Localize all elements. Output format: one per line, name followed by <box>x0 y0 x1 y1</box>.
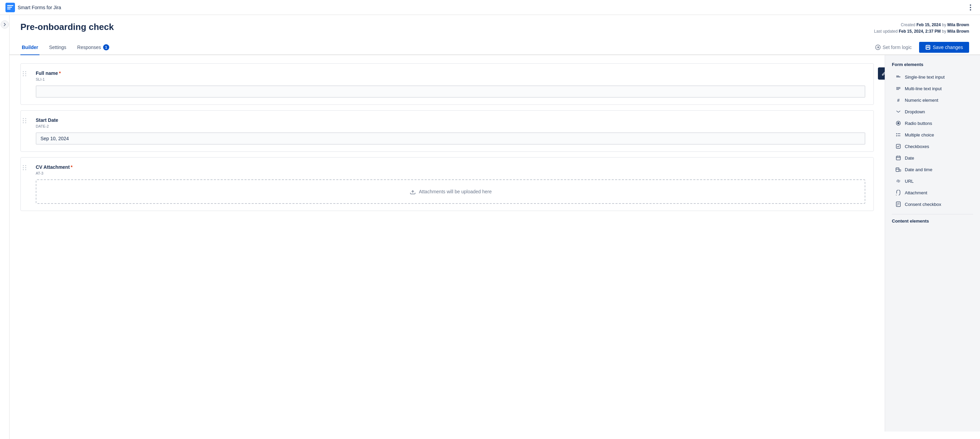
save-icon <box>925 45 931 50</box>
updated-by-label: by <box>942 29 946 34</box>
multiple-choice-icon <box>895 132 901 138</box>
svg-rect-3 <box>7 8 11 10</box>
form-field-full-name-wrapper: Full name * SLI-1 <box>21 63 874 105</box>
svg-rect-5 <box>926 45 930 49</box>
panel-divider <box>892 214 973 215</box>
attachment-drop-zone[interactable]: Attachments will be uploaded here <box>36 179 865 204</box>
required-star-full-name: * <box>59 70 60 76</box>
created-date: Feb 15, 2024 <box>916 22 940 27</box>
multi-line-icon <box>895 86 901 92</box>
logic-icon <box>875 45 881 50</box>
svg-rect-2 <box>7 7 12 8</box>
svg-point-14 <box>897 122 899 124</box>
form-card-cv-attachment: CV Attachment * AT-3 Attachments wi <box>21 157 874 211</box>
svg-point-17 <box>896 135 897 137</box>
created-by-label: by <box>942 22 946 27</box>
tabs: Builder Settings Responses 1 <box>21 40 870 54</box>
element-checkboxes[interactable]: Checkboxes <box>892 140 973 152</box>
element-url[interactable]: URL <box>892 175 973 187</box>
date-input-preview-start-date: Sep 10, 2024 <box>36 132 865 145</box>
updated-label: Last updated <box>874 29 897 34</box>
element-attachment[interactable]: Attachment <box>892 187 973 199</box>
sidebar-toggle[interactable] <box>0 15 10 439</box>
single-line-icon <box>895 74 901 80</box>
created-by: Mila Brown <box>947 22 969 27</box>
element-dropdown[interactable]: Dropdown <box>892 106 973 118</box>
form-area: Full name * SLI-1 <box>10 55 885 431</box>
responses-badge: 1 <box>103 44 109 50</box>
drag-handle-start-date[interactable] <box>23 118 27 123</box>
form-elements-title: Form elements <box>892 62 973 67</box>
text-input-preview-full-name <box>36 86 865 98</box>
main-layout: Pre-onboarding check Created Feb 15, 202… <box>0 15 980 439</box>
app-icon <box>5 3 15 12</box>
element-radio[interactable]: Radio buttons <box>892 118 973 129</box>
numeric-icon: # <box>895 97 901 103</box>
created-label: Created <box>901 22 915 27</box>
drag-handle-full-name[interactable] <box>23 71 27 76</box>
tab-responses[interactable]: Responses 1 <box>76 40 111 55</box>
svg-rect-24 <box>896 168 899 172</box>
topbar: Smart Forms for Jira <box>0 0 980 15</box>
svg-point-15 <box>896 134 897 134</box>
page-meta: Created Feb 15, 2024 by Mila Brown Last … <box>874 22 969 35</box>
element-numeric[interactable]: # Numeric element <box>892 94 973 106</box>
chevron-right-icon <box>3 22 7 27</box>
field-id-cv-attachment: AT-3 <box>36 171 865 175</box>
page-header: Pre-onboarding check Created Feb 15, 202… <box>10 15 980 35</box>
save-changes-button[interactable]: Save changes <box>919 42 969 53</box>
element-multi-line[interactable]: Multi-line text input <box>892 83 973 94</box>
form-card-full-name: Full name * SLI-1 <box>21 63 874 105</box>
element-date[interactable]: Date <box>892 152 973 164</box>
page-header-top: Pre-onboarding check Created Feb 15, 202… <box>21 22 969 35</box>
content-area: Pre-onboarding check Created Feb 15, 202… <box>10 15 980 439</box>
builder-layout: Full name * SLI-1 <box>10 55 980 431</box>
form-card-start-date: Start Date DATE-2 Sep 10, 2024 <box>21 110 874 152</box>
topbar-left: Smart Forms for Jira <box>5 3 61 12</box>
edit-pencil-button[interactable] <box>878 67 885 80</box>
url-icon <box>895 178 901 184</box>
topbar-menu-button[interactable] <box>966 3 975 11</box>
svg-rect-6 <box>927 45 929 47</box>
set-form-logic-button[interactable]: Set form logic <box>870 43 917 52</box>
date-time-icon <box>895 166 901 173</box>
form-field-start-date-wrapper: Start Date DATE-2 Sep 10, 2024 <box>21 110 874 152</box>
drag-handle-cv-attachment[interactable] <box>23 165 27 170</box>
field-id-full-name: SLI-1 <box>36 77 865 81</box>
upload-icon <box>409 188 416 195</box>
field-label-cv-attachment: CV Attachment * <box>36 164 865 170</box>
updated-by: Mila Brown <box>947 29 969 34</box>
svg-rect-7 <box>926 48 930 49</box>
svg-line-29 <box>898 181 899 181</box>
field-label-full-name: Full name * <box>36 70 865 76</box>
element-consent[interactable]: Consent checkbox <box>892 199 973 210</box>
form-field-cv-attachment-wrapper: CV Attachment * AT-3 Attachments wi <box>21 157 874 211</box>
attachment-icon <box>895 189 901 196</box>
tab-builder[interactable]: Builder <box>21 40 40 55</box>
created-meta: Created Feb 15, 2024 by Mila Brown <box>874 22 969 28</box>
required-star-cv-attachment: * <box>71 164 73 170</box>
checkboxes-icon <box>895 143 901 150</box>
pencil-icon <box>881 71 885 76</box>
updated-date: Feb 15, 2024, 2:37 PM <box>899 29 940 34</box>
app-title: Smart Forms for Jira <box>18 5 61 10</box>
right-panel: Form elements Single-line text input Mul… <box>885 55 980 431</box>
consent-icon <box>895 201 901 207</box>
radio-icon <box>895 120 901 126</box>
field-id-start-date: DATE-2 <box>36 124 865 128</box>
sidebar-toggle-btn[interactable] <box>1 21 9 29</box>
dropdown-icon <box>895 108 901 115</box>
element-single-line[interactable]: Single-line text input <box>892 71 973 83</box>
field-label-start-date: Start Date <box>36 118 865 123</box>
element-date-time[interactable]: Date and time <box>892 164 973 175</box>
updated-meta: Last updated Feb 15, 2024, 2:37 PM by Mi… <box>874 28 969 35</box>
content-elements-title: Content elements <box>892 218 973 224</box>
header-actions: Set form logic Save changes <box>870 40 969 54</box>
date-icon <box>895 155 901 161</box>
svg-rect-20 <box>896 156 900 160</box>
svg-rect-1 <box>7 5 13 6</box>
tab-settings[interactable]: Settings <box>48 40 68 55</box>
element-multiple-choice[interactable]: Multiple choice <box>892 129 973 140</box>
page-title: Pre-onboarding check <box>21 22 114 32</box>
